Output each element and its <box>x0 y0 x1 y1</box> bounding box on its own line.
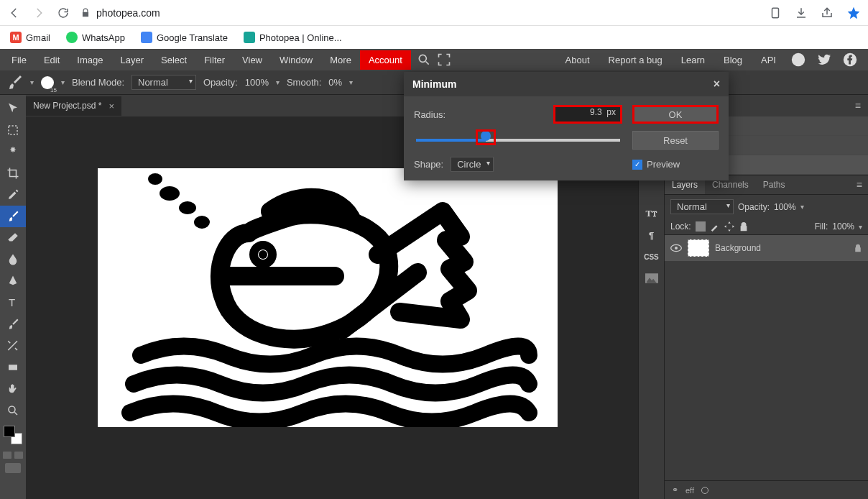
forward-button[interactable] <box>32 6 46 20</box>
brush-preview[interactable] <box>41 76 54 89</box>
preview-label: Preview <box>647 159 680 170</box>
bookmark-translate[interactable]: Google Translate <box>141 32 228 43</box>
css-panel-icon[interactable]: CSS <box>639 246 664 267</box>
shape-tool[interactable] <box>0 357 26 378</box>
reset-button[interactable]: Reset <box>632 131 719 150</box>
hand-tool[interactable] <box>0 378 26 400</box>
shape-select[interactable]: Circle <box>451 157 494 172</box>
preview-checkbox[interactable]: ✓ <box>632 160 642 170</box>
tool-caret[interactable]: ▾ <box>30 78 34 86</box>
smooth-label: Smooth: <box>287 77 321 88</box>
layer-row[interactable]: Background <box>665 234 868 261</box>
ok-button[interactable]: OK <box>632 105 719 124</box>
zoom-tool[interactable] <box>0 400 26 421</box>
eyedropper-tool[interactable] <box>0 184 26 206</box>
keyboard-icon[interactable] <box>5 463 21 473</box>
layer-blend-select[interactable]: Normal <box>670 199 734 214</box>
image-panel-icon[interactable] <box>639 267 664 289</box>
tab-close-icon[interactable]: × <box>108 101 114 111</box>
crop-tool[interactable] <box>0 162 26 184</box>
reddit-icon[interactable] <box>790 52 806 68</box>
radius-slider[interactable] <box>414 133 622 147</box>
paragraph-panel-icon[interactable]: ¶ <box>639 224 664 246</box>
slider-highlight <box>476 129 496 145</box>
menu-blog[interactable]: Blog <box>719 50 747 70</box>
menu-learn[interactable]: Learn <box>677 50 709 70</box>
color-swatches[interactable] <box>4 426 22 444</box>
menu-window[interactable]: Window <box>271 50 321 70</box>
close-icon[interactable]: × <box>714 78 720 91</box>
search-icon[interactable] <box>417 52 431 67</box>
brush-icon <box>6 74 23 91</box>
menu-image[interactable]: Image <box>68 50 111 70</box>
svg-point-13 <box>259 250 267 259</box>
reload-button[interactable] <box>56 6 70 20</box>
menu-filter[interactable]: Filter <box>195 50 234 70</box>
svg-point-7 <box>9 406 15 413</box>
menu-more[interactable]: More <box>321 50 360 70</box>
menu-account[interactable]: Account <box>360 50 411 70</box>
canvas[interactable] <box>98 168 558 427</box>
lock-all-icon[interactable] <box>739 221 749 232</box>
menu-bar: File Edit Image Layer Select Filter View… <box>0 49 868 70</box>
menu-layer[interactable]: Layer <box>112 50 153 70</box>
document-tab[interactable]: New Project.psd * × <box>26 96 121 116</box>
link-icon[interactable]: ⚭ <box>672 485 678 495</box>
heal-tool[interactable] <box>0 313 26 335</box>
lock-brush-icon[interactable] <box>710 221 720 232</box>
brush-tool[interactable] <box>0 206 26 227</box>
shape-label: Shape: <box>414 159 443 170</box>
menu-report[interactable]: Report a bug <box>604 50 667 70</box>
visibility-icon[interactable] <box>670 244 682 252</box>
blur-tool[interactable] <box>0 249 26 270</box>
browser-toolbar: photopea.com <box>0 0 868 26</box>
bookmark-whatsapp[interactable]: WhatsApp <box>66 32 125 43</box>
radius-input[interactable]: 9.3 px <box>553 105 622 124</box>
fx-label[interactable]: eff <box>685 486 694 495</box>
menu-api[interactable]: API <box>757 50 780 70</box>
lock-icon <box>80 8 91 18</box>
install-icon[interactable] <box>795 6 808 19</box>
lock-row: Lock: Fill: 100% ▾ <box>665 219 868 234</box>
panel-menu-icon[interactable]: ≡ <box>855 100 861 111</box>
fullscreen-icon[interactable] <box>437 52 451 67</box>
character-panel-icon[interactable]: Tᴛ <box>639 203 664 224</box>
menu-edit[interactable]: Edit <box>35 50 68 70</box>
bookmark-photopea[interactable]: Photopea | Online... <box>244 32 342 43</box>
share-icon[interactable] <box>821 6 834 19</box>
menu-file[interactable]: File <box>3 50 35 70</box>
fill-value[interactable]: 100% <box>832 221 854 232</box>
mask-icon[interactable] <box>701 487 708 494</box>
lock-move-icon[interactable] <box>724 221 734 232</box>
eraser-tool[interactable] <box>0 227 26 249</box>
star-icon[interactable] <box>846 6 861 20</box>
radius-label: Radius: <box>414 109 445 120</box>
type-tool[interactable]: T <box>0 292 26 313</box>
tab-paths[interactable]: Paths <box>756 175 793 194</box>
path-tool[interactable] <box>0 335 26 357</box>
opacity-value[interactable]: 100% <box>245 77 269 88</box>
bookmark-gmail[interactable]: MGmail <box>10 32 50 43</box>
move-tool[interactable] <box>0 98 26 119</box>
clipboard-icon[interactable] <box>769 6 782 19</box>
back-button[interactable] <box>7 6 22 20</box>
blend-mode-select[interactable]: Normal <box>131 75 196 90</box>
wand-tool[interactable] <box>0 141 26 162</box>
bookmark-bar: MGmail WhatsApp Google Translate Photope… <box>0 26 868 49</box>
dialog-header[interactable]: Minimum × <box>404 72 729 96</box>
layer-opacity-value[interactable]: 100% <box>774 202 796 212</box>
smooth-value[interactable]: 0% <box>328 77 342 88</box>
pen-tool[interactable] <box>0 270 26 292</box>
menu-view[interactable]: View <box>234 50 271 70</box>
menu-about[interactable]: About <box>561 50 594 70</box>
lock-trans-icon[interactable] <box>696 221 706 232</box>
panel-menu-icon[interactable]: ≡ <box>857 179 868 191</box>
layer-opacity-label: Opacity: <box>738 202 770 212</box>
facebook-icon[interactable] <box>842 52 858 68</box>
menu-select[interactable]: Select <box>152 50 195 70</box>
quick-mask[interactable] <box>0 452 26 459</box>
svg-rect-0 <box>772 8 779 18</box>
marquee-tool[interactable] <box>0 119 26 141</box>
address-bar[interactable]: photopea.com <box>80 7 160 19</box>
twitter-icon[interactable] <box>816 52 832 68</box>
